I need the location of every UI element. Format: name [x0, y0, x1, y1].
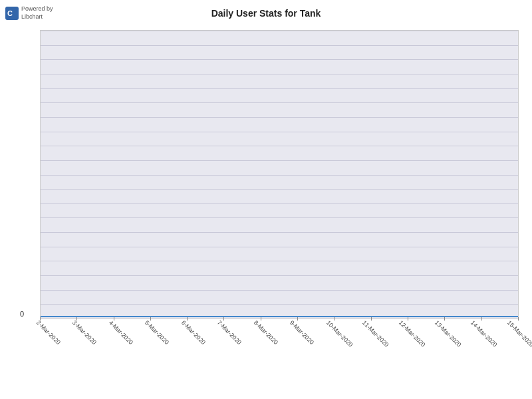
grid-line — [41, 132, 518, 132]
x-axis-label: 12-Mar-2020 — [397, 319, 408, 330]
grid-line — [41, 31, 518, 31]
x-axis-label: 3-Mar-2020 — [71, 319, 82, 330]
grid-line — [41, 232, 518, 233]
x-axis-label: 14-Mar-2020 — [469, 319, 480, 330]
grid-line — [41, 146, 518, 146]
grid-line — [41, 261, 518, 261]
x-axis-label: 2-Mar-2020 — [35, 319, 46, 330]
chart-container: C Powered by Libchart Daily User Stats f… — [0, 0, 532, 399]
grid-lines — [41, 31, 518, 319]
grid-line — [41, 175, 518, 176]
x-axis-label: 6-Mar-2020 — [180, 319, 191, 330]
grid-line — [41, 203, 518, 204]
chart-area — [40, 30, 519, 319]
x-axis-label: 13-Mar-2020 — [434, 319, 444, 330]
grid-line — [41, 102, 518, 103]
grid-line — [41, 59, 518, 60]
grid-line — [41, 88, 518, 89]
grid-line — [41, 247, 518, 247]
grid-line — [41, 160, 518, 161]
x-axis-label: 5-Mar-2020 — [144, 319, 154, 330]
x-axis-label: 10-Mar-2020 — [325, 319, 336, 330]
grid-line — [41, 217, 518, 218]
grid-line — [41, 275, 518, 276]
chart-title: Daily User Stats for Tank — [0, 8, 532, 19]
x-axis-label: 7-Mar-2020 — [216, 319, 227, 330]
y-axis-zero-label: 0 — [20, 310, 24, 318]
x-axis: 2-Mar-20203-Mar-20204-Mar-20205-Mar-2020… — [40, 319, 519, 392]
x-axis-label: 9-Mar-2020 — [289, 319, 299, 330]
grid-line — [41, 117, 518, 118]
x-axis-label: 15-Mar-2020 — [506, 319, 517, 330]
grid-line — [41, 290, 518, 291]
grid-line — [41, 189, 518, 190]
grid-line — [41, 45, 518, 46]
x-axis-label: 11-Mar-2020 — [361, 319, 372, 330]
x-axis-label: 4-Mar-2020 — [108, 319, 118, 330]
x-axis-label: 8-Mar-2020 — [253, 319, 263, 330]
grid-line — [41, 74, 518, 74]
grid-line — [41, 304, 518, 305]
